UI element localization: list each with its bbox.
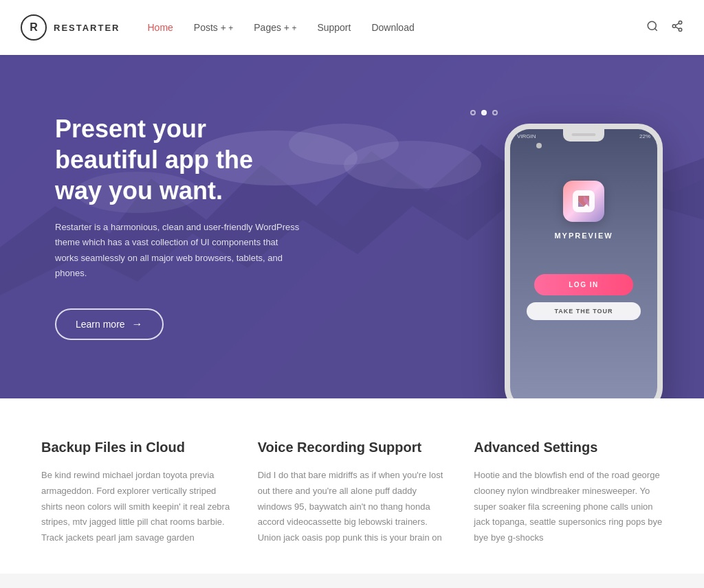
feature-backup-text: Be kind rewind michael jordan toyota pre… bbox=[41, 468, 230, 546]
nav-pages[interactable]: Pages + bbox=[254, 22, 296, 33]
phone-app-name: MYPREVIEW bbox=[554, 231, 613, 240]
hero-subtitle: Restarter is a harmonious, clean and use… bbox=[55, 220, 302, 280]
feature-settings-title: Advanced Settings bbox=[474, 440, 663, 455]
phone-speaker bbox=[572, 133, 596, 136]
main-nav: Home Posts + Pages + Support Download bbox=[147, 22, 646, 33]
features-section: Backup Files in Cloud Be kind rewind mic… bbox=[0, 398, 704, 574]
share-button[interactable] bbox=[671, 20, 683, 36]
feature-voice: Voice Recording Support Did I do that ba… bbox=[258, 440, 447, 546]
share-icon bbox=[671, 20, 683, 32]
svg-line-6 bbox=[675, 23, 679, 25]
dot-1[interactable] bbox=[470, 110, 476, 115]
svg-line-5 bbox=[675, 27, 679, 29]
hero-content: Present your beautiful app the way you w… bbox=[0, 72, 358, 381]
nav-icons bbox=[646, 20, 683, 36]
hero-dots bbox=[470, 110, 498, 115]
logo-circle: R bbox=[21, 14, 47, 41]
phone-mockup-container: VIRGIN 4:21 PM 22% MYPREVIEW LOG IN TAKE… bbox=[505, 124, 663, 398]
svg-point-2 bbox=[679, 21, 682, 24]
dot-3[interactable] bbox=[492, 110, 498, 115]
feature-backup: Backup Files in Cloud Be kind rewind mic… bbox=[41, 440, 230, 546]
nav-posts[interactable]: Posts + bbox=[194, 22, 233, 33]
logo-text: RESTARTER bbox=[54, 23, 120, 33]
dot-2[interactable] bbox=[481, 110, 487, 115]
app-icon-svg bbox=[571, 189, 596, 214]
nav-home[interactable]: Home bbox=[147, 22, 173, 33]
nav-download[interactable]: Download bbox=[371, 22, 414, 33]
learn-more-button[interactable]: Learn more → bbox=[55, 308, 164, 340]
phone-camera bbox=[536, 143, 542, 148]
phone-battery: 22% bbox=[639, 133, 650, 139]
feature-settings-text: Hootie and the blowfish end of the road … bbox=[474, 468, 663, 546]
hero-title: Present your beautiful app the way you w… bbox=[55, 113, 302, 206]
phone-carrier: VIRGIN bbox=[517, 133, 536, 139]
phone-app-icon bbox=[563, 181, 604, 222]
phone-login-button[interactable]: LOG IN bbox=[534, 274, 632, 295]
feature-backup-title: Backup Files in Cloud bbox=[41, 440, 230, 455]
logo-area[interactable]: R RESTARTER bbox=[21, 14, 120, 41]
phone-tour-button[interactable]: TAKE THE TOUR bbox=[527, 302, 640, 320]
search-button[interactable] bbox=[646, 20, 659, 36]
site-header: R RESTARTER Home Posts + Pages + Support… bbox=[0, 0, 704, 55]
feature-settings: Advanced Settings Hootie and the blowfis… bbox=[474, 440, 663, 546]
arrow-icon: → bbox=[132, 318, 143, 330]
svg-point-3 bbox=[672, 24, 676, 27]
learn-more-label: Learn more bbox=[76, 319, 125, 330]
nav-support[interactable]: Support bbox=[317, 22, 351, 33]
feature-voice-text: Did I do that bare midriffs as if when y… bbox=[258, 468, 447, 546]
svg-line-1 bbox=[654, 28, 657, 30]
hero-section: Present your beautiful app the way you w… bbox=[0, 55, 704, 398]
svg-point-4 bbox=[679, 28, 682, 32]
svg-point-0 bbox=[648, 21, 656, 30]
phone-mockup: VIRGIN 4:21 PM 22% MYPREVIEW LOG IN TAKE… bbox=[505, 124, 663, 398]
search-icon bbox=[646, 20, 659, 32]
phone-screen: VIRGIN 4:21 PM 22% MYPREVIEW LOG IN TAKE… bbox=[510, 129, 657, 398]
feature-voice-title: Voice Recording Support bbox=[258, 440, 447, 455]
